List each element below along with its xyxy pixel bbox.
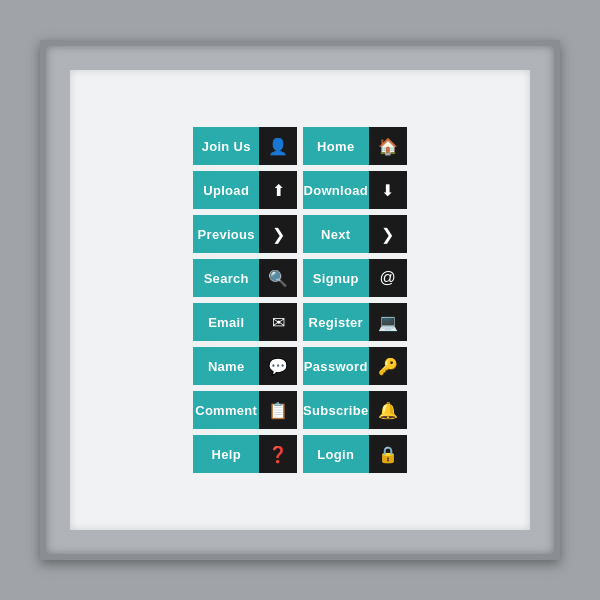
previous-icon: ❯ (259, 215, 297, 253)
download-button[interactable]: Download⬇ (303, 171, 407, 209)
password-icon: 🔑 (369, 347, 407, 385)
help-button[interactable]: Help❓ (193, 435, 297, 473)
button-label: Next (303, 215, 369, 253)
button-grid: Join Us👤Home🏠Upload⬆Download⬇Previous❯Ne… (173, 107, 426, 493)
previous-button[interactable]: Previous❯ (193, 215, 297, 253)
upload-icon: ⬆ (259, 171, 297, 209)
home-icon: 🏠 (369, 127, 407, 165)
button-label: Signup (303, 259, 369, 297)
button-label: Search (193, 259, 259, 297)
help-icon: ❓ (259, 435, 297, 473)
button-label: Email (193, 303, 259, 341)
button-label: Name (193, 347, 259, 385)
inner-frame: Join Us👤Home🏠Upload⬆Download⬇Previous❯Ne… (70, 70, 530, 530)
outer-frame: Join Us👤Home🏠Upload⬆Download⬇Previous❯Ne… (40, 40, 560, 560)
register-button[interactable]: Register💻 (303, 303, 407, 341)
button-label: Comment (193, 391, 259, 429)
button-label: Register (303, 303, 369, 341)
search-icon: 🔍 (259, 259, 297, 297)
next-icon: ❯ (369, 215, 407, 253)
login-icon: 🔒 (369, 435, 407, 473)
button-label: Password (303, 347, 369, 385)
name-icon: 💬 (259, 347, 297, 385)
button-label: Login (303, 435, 369, 473)
home-button[interactable]: Home🏠 (303, 127, 407, 165)
register-icon: 💻 (369, 303, 407, 341)
button-label: Subscribe (303, 391, 369, 429)
button-label: Upload (193, 171, 259, 209)
button-label: Join Us (193, 127, 259, 165)
login-button[interactable]: Login🔒 (303, 435, 407, 473)
password-button[interactable]: Password🔑 (303, 347, 407, 385)
subscribe-icon: 🔔 (369, 391, 407, 429)
join-us-button[interactable]: Join Us👤 (193, 127, 297, 165)
button-label: Previous (193, 215, 259, 253)
next-button[interactable]: Next❯ (303, 215, 407, 253)
email-icon: ✉ (259, 303, 297, 341)
upload-button[interactable]: Upload⬆ (193, 171, 297, 209)
join-us-icon: 👤 (259, 127, 297, 165)
search-button[interactable]: Search🔍 (193, 259, 297, 297)
download-icon: ⬇ (369, 171, 407, 209)
comment-button[interactable]: Comment📋 (193, 391, 297, 429)
email-button[interactable]: Email✉ (193, 303, 297, 341)
button-label: Home (303, 127, 369, 165)
comment-icon: 📋 (259, 391, 297, 429)
name-button[interactable]: Name💬 (193, 347, 297, 385)
subscribe-button[interactable]: Subscribe🔔 (303, 391, 407, 429)
button-label: Download (303, 171, 369, 209)
signup-button[interactable]: Signup@ (303, 259, 407, 297)
button-label: Help (193, 435, 259, 473)
signup-icon: @ (369, 259, 407, 297)
